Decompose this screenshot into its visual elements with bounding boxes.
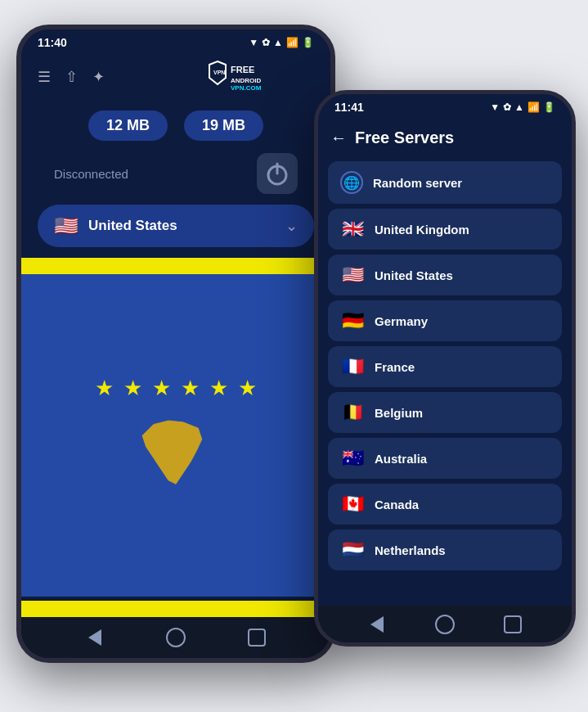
status-icons-2: ▼ ✿ ▲ 📶 🔋: [490, 101, 555, 113]
back-nav-icon-2: [370, 616, 384, 633]
flag-fr: 🇫🇷: [340, 356, 365, 377]
server-name-random: Random server: [373, 176, 462, 190]
flag-de: 🇩🇪: [340, 310, 365, 331]
recents-nav-btn[interactable]: [245, 626, 268, 649]
star-1: ★: [95, 376, 114, 401]
logo: VPN FREE ANDROID VPN.COM: [208, 60, 314, 94]
power-icon: [263, 159, 292, 188]
server-name-fr: France: [375, 360, 415, 374]
connection-row: Disconnected: [21, 149, 330, 198]
kosovo-stars: ★ ★ ★ ★ ★ ★: [95, 376, 257, 401]
bottom-nav-2: [318, 606, 572, 642]
status-bar-2: 11:41 ▼ ✿ ▲ 📶 🔋: [318, 94, 572, 120]
signal-icon: ▲: [273, 37, 283, 48]
rating-icon[interactable]: ✦: [92, 68, 105, 86]
yellow-bar-top: [21, 258, 330, 274]
data-row: 12 MB 19 MB: [21, 102, 330, 149]
svg-text:VPN.COM: VPN.COM: [231, 84, 262, 92]
country-selector[interactable]: 🇺🇸 United States ⌄: [38, 205, 314, 247]
server-item-be[interactable]: 🇧🇪 Belgium: [328, 392, 562, 433]
server-list: 🌐 Random server 🇬🇧 United Kingdom 🇺🇸 Uni…: [318, 161, 572, 606]
logo-svg: VPN FREE ANDROID VPN.COM: [208, 60, 314, 94]
flag-nl: 🇳🇱: [340, 539, 365, 561]
home-nav-icon: [166, 628, 186, 647]
server-name-uk: United Kingdom: [375, 223, 469, 237]
battery-icon: 🔋: [302, 37, 314, 48]
settings-icon-2: ✿: [503, 101, 511, 113]
server-name-au: Australia: [375, 452, 427, 466]
flag-uk: 🇬🇧: [340, 219, 365, 240]
settings-icon: ✿: [262, 37, 270, 48]
server-item-us[interactable]: 🇺🇸 United States: [328, 255, 562, 295]
flag-us: 🇺🇸: [340, 264, 365, 286]
country-name: United States: [88, 218, 177, 234]
notif-icon-2: ▼: [490, 101, 500, 113]
flag-display: ★ ★ ★ ★ ★ ★: [21, 274, 330, 597]
server-item-fr[interactable]: 🇫🇷 France: [328, 346, 562, 387]
server-item-random[interactable]: 🌐 Random server: [328, 161, 562, 204]
server-item-de[interactable]: 🇩🇪 Germany: [328, 300, 562, 341]
power-button[interactable]: [257, 153, 298, 194]
yellow-bar-bottom: [21, 601, 330, 617]
recents-nav-icon: [248, 629, 266, 647]
share-icon[interactable]: ⇧: [65, 68, 78, 86]
kosovo-flag: ★ ★ ★ ★ ★ ★: [21, 274, 330, 597]
server-name-nl: Netherlands: [375, 543, 446, 557]
server-item-au[interactable]: 🇦🇺 Australia: [328, 438, 562, 479]
home-nav-btn-2[interactable]: [433, 613, 456, 636]
star-6: ★: [238, 376, 257, 401]
wifi-icon-2: 📶: [527, 101, 540, 113]
time-1: 11:40: [38, 36, 67, 49]
download-badge: 12 MB: [88, 110, 168, 141]
server-item-uk[interactable]: 🇬🇧 United Kingdom: [328, 209, 562, 250]
back-nav-btn[interactable]: [83, 626, 106, 649]
flag-be: 🇧🇪: [340, 402, 365, 423]
status-icons-1: ▼ ✿ ▲ 📶 🔋: [249, 37, 314, 48]
svg-text:FREE: FREE: [231, 65, 254, 74]
star-5: ★: [209, 376, 228, 401]
notification-icon: ▼: [249, 37, 258, 48]
server-name-de: Germany: [375, 314, 428, 328]
country-flag: 🇺🇸: [54, 214, 79, 237]
back-nav-icon: [88, 629, 101, 646]
recents-nav-btn-2[interactable]: [501, 613, 524, 636]
status-bar-1: 11:40 ▼ ✿ ▲ 📶 🔋: [21, 29, 330, 56]
chevron-down-icon: ⌄: [285, 217, 298, 235]
screen-title: Free Servers: [355, 128, 454, 147]
home-nav-icon-2: [435, 615, 455, 634]
phone-2-screen: 11:41 ▼ ✿ ▲ 📶 🔋 ← Free Servers 🌐 Random …: [318, 94, 572, 642]
star-4: ★: [181, 376, 200, 401]
country-info: 🇺🇸 United States: [54, 214, 177, 237]
star-3: ★: [152, 376, 171, 401]
upload-badge: 19 MB: [184, 110, 263, 141]
flag-ca: 🇨🇦: [340, 493, 365, 515]
server-name-ca: Canada: [375, 498, 419, 511]
flag-au: 🇦🇺: [340, 448, 365, 469]
server-name-us: United States: [375, 268, 453, 282]
kosovo-map: [131, 413, 221, 495]
menu-icon[interactable]: ☰: [38, 68, 51, 86]
connection-status: Disconnected: [54, 167, 128, 181]
free-servers-header: ← Free Servers: [330, 124, 559, 151]
server-item-ca[interactable]: 🇨🇦 Canada: [328, 484, 562, 525]
phone-2: 11:41 ▼ ✿ ▲ 📶 🔋 ← Free Servers 🌐 Random …: [314, 90, 576, 647]
server-name-be: Belgium: [375, 406, 423, 420]
globe-icon: 🌐: [340, 171, 363, 194]
toolbar-1: ☰ ⇧ ✦ VPN FREE ANDROID VPN.COM: [21, 56, 330, 102]
back-nav-btn-2[interactable]: [366, 613, 388, 636]
battery-icon-2: 🔋: [543, 101, 555, 113]
server-item-nl[interactable]: 🇳🇱 Netherlands: [328, 529, 562, 570]
star-2: ★: [123, 376, 142, 401]
time-2: 11:41: [334, 101, 364, 114]
phone-1-screen: 11:40 ▼ ✿ ▲ 📶 🔋 ☰ ⇧ ✦ VPN: [21, 29, 330, 658]
left-icons: ☰ ⇧ ✦: [38, 68, 105, 86]
back-button[interactable]: ←: [330, 128, 347, 147]
home-nav-btn[interactable]: [164, 626, 187, 649]
signal-icon-2: ▲: [514, 101, 524, 113]
recents-nav-icon-2: [504, 615, 522, 633]
svg-text:ANDROID: ANDROID: [231, 77, 262, 84]
svg-text:VPN: VPN: [213, 70, 225, 75]
phone-2-topbar: ← Free Servers: [318, 120, 572, 161]
wifi-icon: 📶: [286, 37, 298, 48]
phone-1: 11:40 ▼ ✿ ▲ 📶 🔋 ☰ ⇧ ✦ VPN: [16, 25, 335, 663]
